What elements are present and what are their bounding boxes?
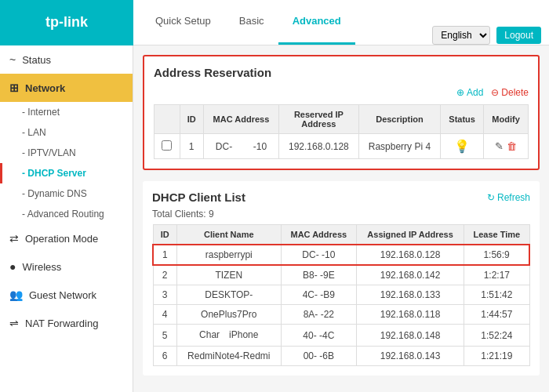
refresh-button[interactable]: ↻ Refresh [487, 192, 530, 203]
operation-mode-icon: ⇄ [9, 232, 19, 245]
nav-quick-setup[interactable]: Quick Setup [141, 0, 225, 45]
table-row: 1 DC- -10 192.168.0.128 Raspberry Pi 4 💡… [155, 134, 529, 159]
col-reserved-ip: Reserved IPAddress [279, 105, 359, 134]
dhcp-row-ip: 192.168.0.118 [356, 305, 464, 325]
delete-label: Delete [501, 87, 529, 98]
address-reservation-section: Address Reservation ⊕ Add ⊖ Delete ID MA… [143, 55, 540, 170]
dhcp-row-mac: 00- -6B [281, 347, 356, 366]
dhcp-table-row: 2 TIZEN B8- -9E 192.168.0.142 1:2:17 [153, 265, 529, 285]
row-id: 1 [180, 134, 203, 159]
dhcp-row-id: 5 [153, 325, 176, 347]
nav-right: English Logout [432, 26, 541, 45]
sidebar-sub-lan[interactable]: - LAN [0, 122, 133, 143]
sidebar-label-nat: NAT Forwarding [25, 318, 98, 329]
dhcp-client-table: ID Client Name MAC Address Assigned IP A… [152, 224, 530, 366]
dhcp-row-id: 1 [153, 245, 176, 265]
sidebar: ~ Status ⊞ Network - Internet - LAN - IP… [0, 45, 133, 392]
sidebar-label-guest-network: Guest Network [29, 289, 96, 301]
logo-text: tp-link [45, 14, 88, 31]
dhcp-col-lease: Lease Time [464, 225, 529, 245]
nav-basic[interactable]: Basic [225, 0, 278, 45]
dhcp-row-ip: 192.168.0.148 [356, 325, 464, 347]
dhcp-row-ip: 192.168.0.142 [356, 265, 464, 285]
dhcp-row-ip: 192.168.0.128 [356, 245, 464, 265]
edit-icon[interactable]: ✎ [495, 140, 504, 152]
dhcp-row-id: 4 [153, 305, 176, 325]
address-reservation-title: Address Reservation [154, 66, 529, 79]
delete-row-icon[interactable]: 🗑 [507, 140, 517, 152]
refresh-label: Refresh [497, 192, 530, 203]
dhcp-row-name: DESKTOP- [176, 285, 281, 305]
dhcp-row-name: OnePlus7Pro [176, 305, 281, 325]
row-ip: 192.168.0.128 [279, 134, 359, 159]
sidebar-sub-advanced-routing[interactable]: - Advanced Routing [0, 204, 133, 224]
sidebar-label-wireless: Wireless [22, 261, 61, 273]
dhcp-col-ip: Assigned IP Address [356, 225, 464, 245]
nav-bar: Quick Setup Basic Advanced English Logou… [133, 0, 549, 45]
network-icon: ⊞ [9, 82, 19, 94]
section-actions: ⊕ Add ⊖ Delete [154, 87, 529, 98]
language-select[interactable]: English [432, 26, 490, 45]
dhcp-row-name: Char iPhone [176, 325, 281, 347]
dhcp-table-row: 1 raspberrypi DC- -10 192.168.0.128 1:56… [153, 245, 529, 265]
dhcp-row-mac: 40- -4C [281, 325, 356, 347]
guest-network-icon: 👥 [9, 289, 23, 301]
sidebar-item-status[interactable]: ~ Status [0, 45, 133, 74]
add-button[interactable]: ⊕ Add [456, 87, 483, 98]
sidebar-sub-dhcp[interactable]: - DHCP Server [0, 163, 133, 183]
sidebar-label-status: Status [22, 54, 51, 66]
add-icon: ⊕ [456, 87, 464, 98]
nav-advanced[interactable]: Advanced [278, 0, 355, 45]
row-modify: ✎ 🗑 [484, 134, 529, 159]
sidebar-sub-iptv[interactable]: - IPTV/VLAN [0, 143, 133, 163]
dhcp-client-list-section: DHCP Client List ↻ Refresh Total Clients… [143, 181, 540, 376]
add-label: Add [467, 87, 483, 98]
logo: tp-link [0, 0, 133, 45]
header: tp-link Quick Setup Basic Advanced Engli… [0, 0, 549, 45]
delete-button[interactable]: ⊖ Delete [491, 87, 529, 98]
sidebar-sub-ddns[interactable]: - Dynamic DNS [0, 183, 133, 204]
dhcp-row-ip: 192.168.0.133 [356, 285, 464, 305]
sidebar-sub-internet[interactable]: - Internet [0, 102, 133, 122]
dhcp-row-mac: DC- -10 [281, 245, 356, 265]
row-mac: DC- -10 [203, 134, 278, 159]
logout-button[interactable]: Logout [496, 27, 541, 44]
dhcp-title: DHCP Client List [152, 191, 245, 204]
col-id: ID [180, 105, 203, 134]
sidebar-item-guest-network[interactable]: 👥 Guest Network [0, 281, 133, 309]
sidebar-label-network: Network [25, 82, 65, 94]
sidebar-item-nat[interactable]: ⇌ NAT Forwarding [0, 309, 133, 337]
col-modify: Modify [484, 105, 529, 134]
status-bulb-icon: 💡 [454, 140, 470, 153]
status-icon: ~ [9, 53, 16, 66]
dhcp-row-lease: 1:2:17 [464, 265, 529, 285]
sidebar-item-operation-mode[interactable]: ⇄ Operation Mode [0, 224, 133, 252]
dhcp-row-lease: 1:51:42 [464, 285, 529, 305]
dhcp-row-mac: B8- -9E [281, 265, 356, 285]
sidebar-item-wireless[interactable]: ● Wireless [0, 252, 133, 281]
dhcp-row-id: 3 [153, 285, 176, 305]
total-clients: Total Clients: 9 [152, 209, 530, 220]
row-checkbox[interactable] [162, 140, 172, 151]
dhcp-row-lease: 1:56:9 [464, 245, 529, 265]
row-status: 💡 [441, 134, 484, 159]
layout: ~ Status ⊞ Network - Internet - LAN - IP… [0, 45, 549, 392]
dhcp-row-lease: 1:44:57 [464, 305, 529, 325]
sidebar-label-operation-mode: Operation Mode [25, 233, 98, 245]
dhcp-row-mac: 8A- -22 [281, 305, 356, 325]
dhcp-table-row: 5 Char iPhone 40- -4C 192.168.0.148 1:52… [153, 325, 529, 347]
dhcp-col-name: Client Name [176, 225, 281, 245]
col-checkbox [155, 105, 180, 134]
dhcp-table-row: 3 DESKTOP- 4C- -B9 192.168.0.133 1:51:42 [153, 285, 529, 305]
sidebar-item-network[interactable]: ⊞ Network [0, 74, 133, 102]
dhcp-row-mac: 4C- -B9 [281, 285, 356, 305]
col-description: Description [358, 105, 440, 134]
row-desc: Raspberry Pi 4 [358, 134, 440, 159]
dhcp-table-row: 6 RedmiNote4-Redmi 00- -6B 192.168.0.143… [153, 347, 529, 366]
dhcp-row-ip: 192.168.0.143 [356, 347, 464, 366]
dhcp-col-id: ID [153, 225, 176, 245]
delete-icon: ⊖ [491, 87, 499, 98]
col-mac: MAC Address [203, 105, 278, 134]
dhcp-row-lease: 1:21:19 [464, 347, 529, 366]
address-reservation-table: ID MAC Address Reserved IPAddress Descri… [154, 104, 529, 159]
